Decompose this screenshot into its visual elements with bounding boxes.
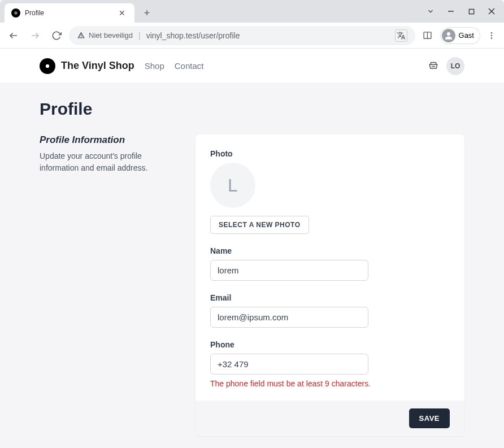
chevron-down-icon[interactable] — [423, 3, 438, 19]
site-name: The Vinyl Shop — [61, 60, 134, 72]
svg-point-8 — [447, 32, 450, 36]
address-bar[interactable]: Niet beveiligd | vinyl_shop.test/user/pr… — [69, 26, 415, 45]
photo-preview: L — [210, 163, 255, 208]
back-button[interactable] — [5, 27, 23, 45]
form-footer: SAVE — [195, 401, 464, 436]
name-label: Name — [210, 246, 450, 255]
section-description: Update your account's profile informatio… — [40, 150, 175, 174]
maximize-button[interactable] — [463, 3, 479, 19]
browser-tab[interactable]: Profile ✕ — [5, 3, 134, 23]
nav-link-shop[interactable]: Shop — [145, 61, 164, 71]
close-window-button[interactable] — [484, 3, 499, 19]
new-tab-button[interactable]: + — [139, 5, 155, 21]
phone-input[interactable] — [210, 354, 368, 375]
nav-link-contact[interactable]: Contact — [175, 61, 204, 71]
profile-label: Gast — [459, 31, 474, 40]
phone-label: Phone — [210, 340, 450, 349]
nav-links: Shop Contact — [145, 61, 204, 71]
address-url: vinyl_shop.test/user/profile — [146, 31, 240, 40]
tab-favicon-icon — [11, 8, 20, 18]
save-button[interactable]: SAVE — [409, 408, 450, 428]
window-controls — [423, 3, 499, 19]
photo-label: Photo — [210, 149, 450, 158]
address-divider: | — [138, 31, 141, 40]
vinyl-disc-icon — [40, 58, 55, 74]
tab-close-icon[interactable]: ✕ — [116, 7, 128, 19]
svg-point-10 — [491, 34, 493, 36]
site-logo[interactable]: The Vinyl Shop — [40, 58, 134, 74]
panel-icon[interactable] — [419, 27, 437, 45]
phone-error-message: The phone field must be at least 9 chara… — [210, 379, 450, 388]
svg-point-9 — [491, 32, 493, 34]
page-viewport[interactable]: The Vinyl Shop Shop Contact LO Profile P… — [0, 49, 504, 448]
basket-icon[interactable] — [428, 60, 438, 72]
email-input[interactable] — [210, 307, 368, 328]
svg-point-11 — [491, 37, 493, 39]
browser-titlebar: Profile ✕ + — [0, 0, 504, 23]
tab-title: Profile — [25, 9, 112, 17]
email-label: Email — [210, 293, 450, 302]
page-title: Profile — [40, 99, 464, 119]
browser-toolbar: Niet beveiligd | vinyl_shop.test/user/pr… — [0, 23, 504, 49]
profile-section-info: Profile Information Update your account'… — [40, 134, 175, 174]
user-avatar-badge[interactable]: LO — [446, 57, 464, 75]
translate-icon[interactable] — [395, 29, 407, 42]
forward-button[interactable] — [26, 27, 44, 45]
browser-profile-chip[interactable]: Gast — [440, 27, 480, 44]
browser-menu-button[interactable] — [484, 28, 499, 44]
profile-form-card: Photo L SELECT A NEW PHOTO Name Email Ph… — [195, 134, 464, 436]
select-photo-button[interactable]: SELECT A NEW PHOTO — [210, 216, 309, 234]
minimize-button[interactable] — [443, 3, 459, 19]
warning-icon — [77, 31, 85, 40]
section-title: Profile Information — [40, 134, 175, 146]
svg-rect-1 — [469, 9, 473, 14]
not-secure-indicator: Niet beveiligd — [77, 31, 133, 40]
reload-button[interactable] — [47, 27, 66, 45]
site-header: The Vinyl Shop Shop Contact LO — [0, 49, 504, 84]
profile-avatar-icon — [442, 29, 455, 42]
name-input[interactable] — [210, 260, 368, 281]
